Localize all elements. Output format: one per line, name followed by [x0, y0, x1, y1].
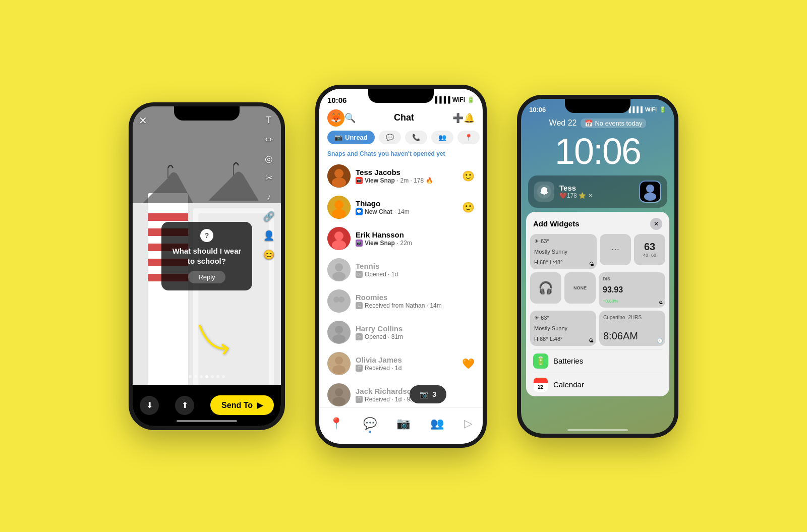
add-widgets-title: Add Widgets [533, 219, 580, 228]
close-icon[interactable]: ✕ [139, 114, 147, 127]
nav-camera[interactable]: 📷 [396, 417, 410, 430]
widget-stock[interactable]: DIS 93.93 +0.69% 🌤 [599, 272, 665, 308]
share-button[interactable]: ⬆ [175, 396, 194, 415]
avatar-jack [327, 383, 351, 406]
chat-sub-harry: ▷ Opened · 31m [356, 333, 475, 340]
svg-point-16 [334, 200, 343, 209]
widget-dots-icon: ⋯ [611, 245, 619, 254]
lock-date: Wed 22 [549, 119, 577, 128]
widget-weather-1[interactable]: ☀ 63° Mostly Sunny H:68° L:48° 🌤 [530, 234, 597, 269]
chat-time-thiago: · 14m [394, 208, 410, 215]
filter-unread[interactable]: 📷 Unread [327, 131, 375, 144]
chat-item-olivia[interactable]: Olivia James ☐ Received · 1d 🧡 [319, 348, 483, 379]
lock-date-row: Wed 22 📅 No events today [521, 115, 674, 131]
dot-2 [194, 375, 197, 378]
chat-sub-tennis: ▷ Opened · 1d [356, 271, 475, 278]
batteries-item[interactable]: 🔋 Batteries [526, 349, 669, 373]
widget-stock-change: +0.69% [603, 299, 661, 304]
camera-fab[interactable]: 📷 3 [410, 385, 446, 403]
nav-map[interactable]: 📍 [329, 417, 343, 430]
spotlight-icon[interactable]: 🔔 [464, 112, 475, 124]
chat-info-harry: Harry Collins ▷ Opened · 31m [356, 324, 475, 340]
chat-status-erik: View Snap [365, 240, 395, 247]
sticker-tool-icon[interactable]: 👤 [263, 229, 275, 242]
nav-friends[interactable]: 👥 [430, 417, 444, 430]
cal-body: 22 [534, 383, 548, 392]
swipe-arrow [195, 321, 235, 361]
phone-lock-screen: 10:06 ▐▐▐▐ WiFi 🔋 Wed 22 📅 No events tod… [517, 95, 678, 438]
chat-info-erik: Erik Hansson 📷 View Snap · 22m [356, 230, 475, 247]
avatar-tennis [327, 258, 351, 281]
chat-info-olivia: Olivia James ☐ Received · 1d [356, 356, 475, 372]
avatar-thiago [327, 196, 351, 219]
send-arrow-icon: ▶ [257, 400, 263, 410]
music-tool-icon[interactable]: ♪ [263, 191, 275, 203]
nav-stories[interactable]: ▷ [464, 417, 473, 430]
svg-point-14 [332, 178, 346, 188]
batteries-icon: 🔋 [533, 353, 548, 369]
text-tool-icon[interactable]: T [263, 114, 275, 127]
question-bubble: ? What should I wear to school? Reply [161, 222, 252, 290]
widget-none[interactable]: NONE [564, 272, 596, 304]
calendar-label: Calendar [553, 380, 584, 389]
profile-avatar[interactable]: 🦊 [327, 109, 344, 127]
chat-item-harry[interactable]: Harry Collins ▷ Opened · 31m [319, 317, 483, 348]
widget-clock-time: 8:06AM [603, 330, 661, 342]
filter-location[interactable]: 📍 [457, 131, 480, 144]
scissor-tool-icon[interactable]: ✂ [263, 172, 275, 184]
add-widgets-header: Add Widgets ✕ [526, 212, 669, 234]
chat-item-erik[interactable]: Erik Hansson 📷 View Snap · 22m [319, 223, 483, 254]
calendar-item[interactable]: 22 Calendar [526, 373, 669, 396]
chat-time: 10:06 [327, 96, 347, 104]
download-button[interactable]: ⬇ [140, 396, 159, 415]
chat-item-tess[interactable]: Tess Jacobs 📷 View Snap · 2m · 178 🔥 🙂 [319, 160, 483, 192]
snap-editor-screen: ✕ T ✏ ◎ ✂ ♪ 🔗 👤 😊 ? What should I wear t… [133, 106, 281, 426]
snap-widget[interactable]: Tess ❤️178 ⭐ ✕ [528, 175, 667, 208]
chat-item-roomies[interactable]: Roomies ☐ Received from Nathan · 14m [319, 285, 483, 317]
chat-sub-roomies: ☐ Received from Nathan · 14m [356, 302, 475, 309]
lock-wifi-icon: WiFi [645, 106, 657, 112]
filter-group-icon: 👥 [438, 134, 446, 141]
widget-clock[interactable]: Cupertino -2HRS 8:06AM 🕗 [599, 311, 665, 346]
reply-button[interactable]: Reply [188, 271, 225, 283]
notch-phone2 [368, 89, 434, 103]
chat-item-jack[interactable]: Jack Richardson ☐ Received · 1d · 95 🔥 [319, 379, 483, 410]
home-indicator-1 [177, 420, 237, 422]
send-to-button[interactable]: Send To ▶ [210, 395, 274, 415]
widget-col-3: 63 4868 🌤 [634, 234, 665, 269]
svg-point-19 [334, 231, 343, 241]
widget-col-2: ⋯ [600, 234, 631, 269]
add-friend-icon[interactable]: ➕ [452, 112, 464, 124]
widget-dots[interactable]: ⋯ [600, 234, 631, 265]
svg-point-28 [335, 326, 343, 334]
link-tool-icon[interactable]: 🔗 [263, 210, 275, 222]
chat-item-tennis[interactable]: Tennis ▷ Opened · 1d [319, 254, 483, 285]
filter-messages[interactable]: 💬 [379, 131, 401, 144]
circle-tool-icon[interactable]: ◎ [263, 153, 275, 165]
chat-sub-thiago: 💬 New Chat · 14m [356, 208, 475, 215]
widget-weather-2[interactable]: ☀ 63° Mostly Sunny H:68° L:48° 🌤 [530, 311, 596, 346]
widget-63-1[interactable]: 63 4868 🌤 [634, 234, 665, 265]
emoji-tool-icon[interactable]: 😊 [263, 249, 275, 261]
add-widgets-close[interactable]: ✕ [650, 218, 662, 230]
filter-calls[interactable]: 📞 [405, 131, 427, 144]
filter-group[interactable]: 👥 [431, 131, 453, 144]
pen-tool-icon[interactable]: ✏ [263, 134, 275, 146]
chat-name-erik: Erik Hansson [356, 230, 475, 239]
filter-label: Unread [345, 134, 368, 141]
widget-weather-badge-2: 🌤 [589, 338, 594, 343]
chat-emoji-thiago: 🙂 [462, 201, 475, 213]
svg-point-39 [644, 193, 656, 201]
svg-point-17 [332, 209, 346, 219]
home-indicator-3 [567, 429, 628, 431]
chat-item-thiago[interactable]: Thiago 💬 New Chat · 14m 🙂 [319, 192, 483, 223]
widget-headphones[interactable]: 🎧 [530, 272, 561, 304]
svg-point-38 [646, 185, 654, 193]
widget-stock-price: 93.93 [603, 285, 661, 294]
chat-info-thiago: Thiago 💬 New Chat · 14m [356, 199, 475, 215]
search-icon[interactable]: 🔍 [344, 112, 356, 124]
avatar-harry [327, 321, 351, 344]
nav-chat[interactable]: 💬 [363, 417, 377, 430]
svg-point-23 [332, 272, 345, 281]
chat-status-tess: View Snap [365, 177, 395, 184]
